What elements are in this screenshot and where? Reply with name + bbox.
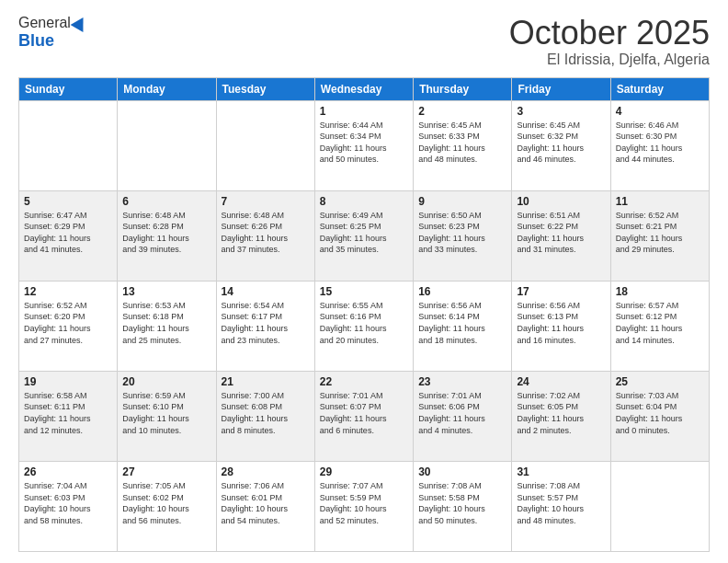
day-number: 18 xyxy=(616,285,704,298)
table-row: 28Sunrise: 7:06 AM Sunset: 6:01 PM Dayli… xyxy=(216,461,314,551)
day-info: Sunrise: 7:06 AM Sunset: 6:01 PM Dayligh… xyxy=(222,480,310,526)
day-info: Sunrise: 6:54 AM Sunset: 6:17 PM Dayligh… xyxy=(222,300,310,346)
table-row: 31Sunrise: 7:08 AM Sunset: 5:57 PM Dayli… xyxy=(512,461,610,551)
table-row: 3Sunrise: 6:45 AM Sunset: 6:32 PM Daylig… xyxy=(512,100,610,190)
day-number: 20 xyxy=(122,375,210,388)
day-number: 9 xyxy=(418,195,506,208)
header-monday: Monday xyxy=(118,77,216,100)
day-number: 2 xyxy=(418,105,506,118)
day-info: Sunrise: 6:44 AM Sunset: 6:34 PM Dayligh… xyxy=(320,120,408,166)
table-row: 25Sunrise: 7:03 AM Sunset: 6:04 PM Dayli… xyxy=(610,371,709,461)
title-month: October 2025 xyxy=(509,15,710,52)
day-info: Sunrise: 6:55 AM Sunset: 6:16 PM Dayligh… xyxy=(320,300,408,346)
day-number: 3 xyxy=(517,105,605,118)
table-row: 5Sunrise: 6:47 AM Sunset: 6:29 PM Daylig… xyxy=(19,190,118,281)
day-info: Sunrise: 6:57 AM Sunset: 6:12 PM Dayligh… xyxy=(616,300,704,346)
calendar: Sunday Monday Tuesday Wednesday Thursday… xyxy=(18,77,710,552)
table-row: 27Sunrise: 7:05 AM Sunset: 6:02 PM Dayli… xyxy=(118,461,216,551)
day-number: 1 xyxy=(320,105,408,118)
calendar-week-row: 12Sunrise: 6:52 AM Sunset: 6:20 PM Dayli… xyxy=(19,281,710,371)
day-number: 17 xyxy=(517,285,605,298)
header-friday: Friday xyxy=(512,77,610,100)
page: General Blue October 2025 El Idrissia, D… xyxy=(0,0,728,563)
day-number: 22 xyxy=(320,375,408,388)
day-number: 23 xyxy=(418,375,506,388)
day-number: 28 xyxy=(222,465,310,478)
day-info: Sunrise: 7:01 AM Sunset: 6:07 PM Dayligh… xyxy=(320,390,408,436)
day-number: 19 xyxy=(24,375,112,388)
day-info: Sunrise: 7:03 AM Sunset: 6:04 PM Dayligh… xyxy=(616,390,704,436)
day-info: Sunrise: 6:48 AM Sunset: 6:28 PM Dayligh… xyxy=(122,210,210,256)
day-info: Sunrise: 6:56 AM Sunset: 6:13 PM Dayligh… xyxy=(517,300,605,346)
title-block: October 2025 El Idrissia, Djelfa, Algeri… xyxy=(509,15,710,68)
table-row: 29Sunrise: 7:07 AM Sunset: 5:59 PM Dayli… xyxy=(314,461,413,551)
table-row: 11Sunrise: 6:52 AM Sunset: 6:21 PM Dayli… xyxy=(610,190,709,281)
table-row: 1Sunrise: 6:44 AM Sunset: 6:34 PM Daylig… xyxy=(314,100,413,190)
table-row: 13Sunrise: 6:53 AM Sunset: 6:18 PM Dayli… xyxy=(118,281,216,371)
table-row: 14Sunrise: 6:54 AM Sunset: 6:17 PM Dayli… xyxy=(216,281,314,371)
table-row: 20Sunrise: 6:59 AM Sunset: 6:10 PM Dayli… xyxy=(118,371,216,461)
table-row: 24Sunrise: 7:02 AM Sunset: 6:05 PM Dayli… xyxy=(512,371,610,461)
day-number: 8 xyxy=(320,195,408,208)
day-number: 16 xyxy=(418,285,506,298)
table-row: 18Sunrise: 6:57 AM Sunset: 6:12 PM Dayli… xyxy=(610,281,709,371)
day-info: Sunrise: 7:08 AM Sunset: 5:58 PM Dayligh… xyxy=(418,480,506,526)
day-info: Sunrise: 6:52 AM Sunset: 6:20 PM Dayligh… xyxy=(24,300,112,346)
day-info: Sunrise: 6:49 AM Sunset: 6:25 PM Dayligh… xyxy=(320,210,408,256)
header-thursday: Thursday xyxy=(414,77,512,100)
day-info: Sunrise: 7:01 AM Sunset: 6:06 PM Dayligh… xyxy=(418,390,506,436)
table-row: 4Sunrise: 6:46 AM Sunset: 6:30 PM Daylig… xyxy=(610,100,709,190)
day-number: 31 xyxy=(517,465,605,478)
day-number: 24 xyxy=(517,375,605,388)
header-saturday: Saturday xyxy=(610,77,709,100)
table-row: 17Sunrise: 6:56 AM Sunset: 6:13 PM Dayli… xyxy=(512,281,610,371)
day-number: 6 xyxy=(122,195,210,208)
header: General Blue October 2025 El Idrissia, D… xyxy=(18,15,710,68)
day-info: Sunrise: 6:56 AM Sunset: 6:14 PM Dayligh… xyxy=(418,300,506,346)
day-info: Sunrise: 6:53 AM Sunset: 6:18 PM Dayligh… xyxy=(122,300,210,346)
header-sunday: Sunday xyxy=(19,77,118,100)
title-location: El Idrissia, Djelfa, Algeria xyxy=(509,52,710,68)
day-number: 15 xyxy=(320,285,408,298)
day-number: 14 xyxy=(222,285,310,298)
day-number: 5 xyxy=(24,195,112,208)
day-info: Sunrise: 7:07 AM Sunset: 5:59 PM Dayligh… xyxy=(320,480,408,526)
table-row: 8Sunrise: 6:49 AM Sunset: 6:25 PM Daylig… xyxy=(314,190,413,281)
day-number: 10 xyxy=(517,195,605,208)
day-info: Sunrise: 6:50 AM Sunset: 6:23 PM Dayligh… xyxy=(418,210,506,256)
table-row: 12Sunrise: 6:52 AM Sunset: 6:20 PM Dayli… xyxy=(19,281,118,371)
day-number: 25 xyxy=(616,375,704,388)
day-info: Sunrise: 7:05 AM Sunset: 6:02 PM Dayligh… xyxy=(122,480,210,526)
table-row: 9Sunrise: 6:50 AM Sunset: 6:23 PM Daylig… xyxy=(414,190,512,281)
table-row xyxy=(610,461,709,551)
day-info: Sunrise: 7:02 AM Sunset: 6:05 PM Dayligh… xyxy=(517,390,605,436)
day-info: Sunrise: 6:52 AM Sunset: 6:21 PM Dayligh… xyxy=(616,210,704,256)
day-info: Sunrise: 6:58 AM Sunset: 6:11 PM Dayligh… xyxy=(24,390,112,436)
logo-blue-text: Blue xyxy=(18,31,54,51)
table-row: 22Sunrise: 7:01 AM Sunset: 6:07 PM Dayli… xyxy=(314,371,413,461)
calendar-week-row: 1Sunrise: 6:44 AM Sunset: 6:34 PM Daylig… xyxy=(19,100,710,190)
day-number: 11 xyxy=(616,195,704,208)
day-number: 29 xyxy=(320,465,408,478)
day-info: Sunrise: 7:00 AM Sunset: 6:08 PM Dayligh… xyxy=(222,390,310,436)
header-wednesday: Wednesday xyxy=(314,77,413,100)
day-info: Sunrise: 6:45 AM Sunset: 6:33 PM Dayligh… xyxy=(418,120,506,166)
table-row: 16Sunrise: 6:56 AM Sunset: 6:14 PM Dayli… xyxy=(414,281,512,371)
table-row: 23Sunrise: 7:01 AM Sunset: 6:06 PM Dayli… xyxy=(414,371,512,461)
logo-general-text: General xyxy=(18,15,71,31)
table-row xyxy=(216,100,314,190)
calendar-week-row: 26Sunrise: 7:04 AM Sunset: 6:03 PM Dayli… xyxy=(19,461,710,551)
day-number: 7 xyxy=(222,195,310,208)
table-row: 7Sunrise: 6:48 AM Sunset: 6:26 PM Daylig… xyxy=(216,190,314,281)
day-info: Sunrise: 6:51 AM Sunset: 6:22 PM Dayligh… xyxy=(517,210,605,256)
header-tuesday: Tuesday xyxy=(216,77,314,100)
table-row: 15Sunrise: 6:55 AM Sunset: 6:16 PM Dayli… xyxy=(314,281,413,371)
day-info: Sunrise: 6:47 AM Sunset: 6:29 PM Dayligh… xyxy=(24,210,112,256)
day-info: Sunrise: 6:59 AM Sunset: 6:10 PM Dayligh… xyxy=(122,390,210,436)
day-number: 27 xyxy=(122,465,210,478)
day-number: 13 xyxy=(122,285,210,298)
logo-triangle-icon xyxy=(70,14,89,32)
table-row: 21Sunrise: 7:00 AM Sunset: 6:08 PM Dayli… xyxy=(216,371,314,461)
day-number: 30 xyxy=(418,465,506,478)
table-row: 10Sunrise: 6:51 AM Sunset: 6:22 PM Dayli… xyxy=(512,190,610,281)
